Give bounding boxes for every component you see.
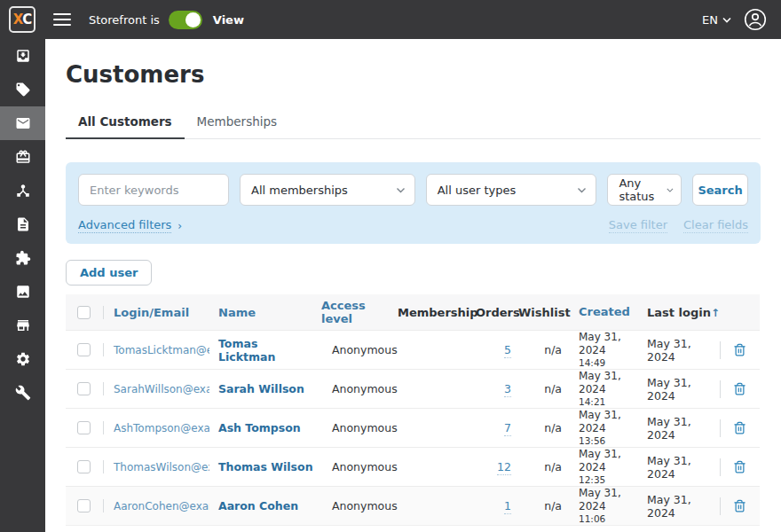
customer-name-link[interactable]: Aaron Cohen [218, 499, 298, 512]
created-value: May 31, 202413:56 [570, 409, 644, 447]
column-header-last-login[interactable]: Last login↑ [644, 306, 720, 319]
sidebar-item-design[interactable] [0, 275, 45, 309]
keywords-input[interactable] [78, 174, 229, 206]
delete-row-button[interactable] [730, 418, 750, 438]
created-value: May 31, 202414:49 [570, 331, 644, 369]
last-login-value: May 31, 2024 [644, 415, 720, 442]
hamburger-menu-icon[interactable] [53, 13, 71, 26]
storefront-toggle[interactable] [169, 11, 202, 29]
sidebar-item-promotions[interactable] [0, 140, 45, 174]
delete-row-button[interactable] [730, 496, 750, 516]
topbar: XC Storefront is View EN [0, 0, 781, 39]
sidebar-item-apps[interactable] [0, 241, 45, 275]
view-storefront-link[interactable]: View [213, 13, 244, 27]
sidebar-item-customers[interactable] [0, 106, 45, 140]
customer-email-link[interactable]: AshTompson@exam... [114, 422, 209, 434]
memberships-select[interactable]: All memberships [240, 174, 415, 206]
customer-email-link[interactable]: SarahWillson@exam... [114, 383, 209, 395]
orders-count-link[interactable]: 3 [504, 382, 511, 397]
envelope-icon [15, 115, 31, 131]
row-checkbox[interactable] [77, 421, 91, 434]
language-selector[interactable]: EN [702, 13, 731, 27]
chevron-right-icon[interactable]: › [178, 220, 182, 232]
chevron-down-icon [577, 187, 587, 193]
access-level-value: Anonymous [318, 421, 398, 434]
sidebar-item-content[interactable] [0, 207, 45, 241]
status-select[interactable]: Any status [607, 174, 682, 206]
delete-row-button[interactable] [730, 379, 750, 399]
logo-c: C [22, 12, 31, 27]
delete-row-button[interactable] [730, 340, 750, 360]
search-button[interactable]: Search [692, 174, 748, 206]
add-user-button[interactable]: Add user [66, 260, 152, 286]
xcart-logo[interactable]: XC [9, 6, 36, 33]
logo-x: X [13, 12, 23, 27]
row-checkbox[interactable] [77, 343, 91, 356]
document-icon [15, 216, 31, 232]
customer-name-link[interactable]: Sarah Willson [218, 382, 304, 395]
customer-email-link[interactable]: ThomasWilson@exa... [114, 461, 209, 473]
customer-name-link[interactable]: Ash Tompson [218, 421, 301, 434]
user-types-select[interactable]: All user types [426, 174, 597, 206]
status-select-value: Any status [619, 176, 667, 203]
table-row: ThomasWilson@exa... Thomas Wilson Anonym… [66, 447, 760, 486]
delete-row-button[interactable] [730, 457, 750, 477]
clear-fields-link[interactable]: Clear fields [683, 218, 748, 233]
column-header-orders: Orders [476, 306, 518, 319]
memberships-select-value: All memberships [251, 184, 348, 197]
save-filter-link[interactable]: Save filter [609, 218, 667, 233]
orders-count-link[interactable]: 5 [504, 343, 511, 358]
sidebar-item-tools[interactable] [0, 376, 45, 410]
customer-email-link[interactable]: TomasLicktman@ex... [114, 344, 209, 356]
wishlist-value: n/a [518, 343, 570, 356]
gear-icon [15, 351, 31, 367]
tag-icon [15, 82, 31, 98]
last-login-value: May 31, 2024 [644, 493, 720, 520]
column-header-login-email[interactable]: Login/Email [103, 306, 209, 319]
row-checkbox[interactable] [77, 499, 91, 512]
trash-icon [733, 421, 746, 434]
chevron-down-icon [722, 17, 731, 23]
tab-memberships[interactable]: Memberships [185, 107, 289, 139]
sidebar-item-store[interactable] [0, 309, 45, 342]
orders-count-link[interactable]: 1 [504, 499, 511, 514]
column-header-membership: Membership [398, 306, 476, 319]
customer-name-link[interactable]: Tomas Licktman [218, 337, 275, 364]
last-login-value: May 31, 2024 [644, 337, 720, 364]
storefront-icon [15, 317, 31, 333]
trash-icon [733, 343, 746, 356]
advanced-filters-link[interactable]: Advanced filters [78, 218, 171, 233]
select-all-checkbox[interactable] [77, 306, 91, 319]
sidebar-item-settings[interactable] [0, 342, 45, 376]
created-value: May 31, 202414:21 [570, 370, 644, 408]
last-login-value: May 31, 2024 [644, 376, 720, 403]
row-checkbox[interactable] [77, 382, 91, 395]
created-value: May 31, 202411:06 [570, 487, 644, 525]
row-checkbox[interactable] [77, 460, 91, 473]
table-row: SarahWillson@exam... Sarah Willson Anony… [66, 369, 760, 408]
trash-icon [733, 460, 746, 473]
access-level-value: Anonymous [318, 499, 398, 512]
tab-bar: All Customers Memberships [66, 107, 761, 139]
column-header-name[interactable]: Name [209, 306, 318, 319]
customer-name-link[interactable]: Thomas Wilson [218, 460, 313, 473]
table-row: AshTompson@exam... Ash Tompson Anonymous… [66, 408, 760, 447]
column-header-created[interactable]: Created [570, 305, 644, 319]
sort-ascending-icon: ↑ [711, 307, 720, 319]
trash-icon [733, 499, 746, 512]
filter-panel: All memberships All user types Any statu… [66, 162, 761, 244]
tab-all-customers[interactable]: All Customers [66, 107, 185, 139]
sidebar-item-sales-channels[interactable] [0, 174, 45, 207]
wishlist-value: n/a [518, 421, 570, 434]
last-login-value: May 31, 2024 [644, 454, 720, 481]
sidebar-item-orders[interactable] [0, 39, 45, 73]
sidebar-item-catalog[interactable] [0, 73, 45, 106]
customer-email-link[interactable]: AaronCohen@exam... [114, 500, 209, 512]
orders-count-link[interactable]: 7 [504, 421, 511, 436]
storefront-status-label: Storefront is [89, 13, 160, 27]
orders-count-link[interactable]: 12 [497, 460, 511, 475]
column-header-access-level[interactable]: Access level [318, 299, 398, 325]
account-menu-button[interactable] [744, 8, 767, 31]
chevron-down-icon [396, 187, 406, 193]
user-types-select-value: All user types [438, 184, 517, 197]
